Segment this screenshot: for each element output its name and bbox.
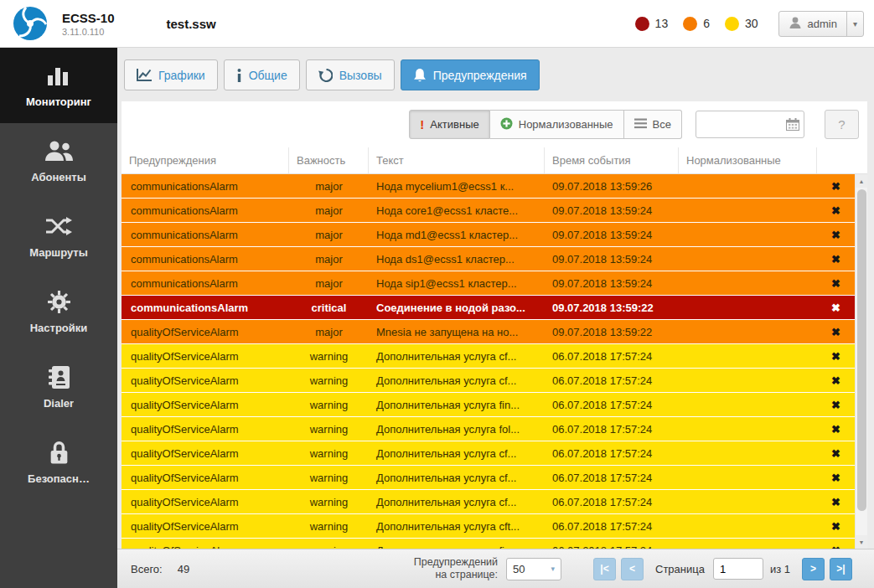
close-icon[interactable]: ✖: [831, 423, 840, 436]
filter-button-label: Активные: [430, 118, 478, 131]
table-row[interactable]: communicationsAlarmmajorНода mycelium1@e…: [122, 174, 855, 199]
help-button[interactable]: ?: [825, 110, 859, 139]
sidebar-item-security[interactable]: Безопасн…: [0, 425, 117, 500]
list-icon: [634, 118, 647, 132]
column-header[interactable]: Текст: [369, 147, 545, 173]
table-row[interactable]: communicationsAlarmcriticalСоединение в …: [122, 296, 855, 320]
column-header[interactable]: Нормализованные: [679, 147, 817, 173]
table-row[interactable]: qualityOfServiceAlarmmajorMnesia не запу…: [122, 320, 855, 344]
filter-button-label: Нормализованные: [519, 118, 613, 131]
table-row[interactable]: qualityOfServiceAlarmwarningДополнительн…: [122, 369, 855, 393]
alarm-severity: major: [289, 253, 369, 266]
close-icon[interactable]: ✖: [831, 544, 840, 549]
close-icon[interactable]: ✖: [831, 447, 840, 460]
close-icon[interactable]: ✖: [831, 399, 840, 411]
close-icon[interactable]: ✖: [831, 229, 840, 241]
first-page-button[interactable]: |<: [593, 558, 616, 580]
alarm-name: qualityOfServiceAlarm: [122, 350, 289, 363]
table-row[interactable]: qualityOfServiceAlarmwarningДополнительн…: [122, 514, 855, 539]
alarm-severity: major: [289, 180, 369, 193]
alarm-severity: major: [289, 326, 369, 338]
sidebar-item-routes[interactable]: Маршруты: [0, 199, 117, 274]
per-page-select[interactable]: 50 ▾: [506, 558, 561, 580]
page-number-input[interactable]: [713, 558, 763, 580]
prev-page-button[interactable]: <: [621, 558, 644, 580]
close-icon[interactable]: ✖: [831, 374, 840, 387]
table-row[interactable]: qualityOfServiceAlarmwarningДополнительн…: [122, 393, 855, 417]
table-scrollbar[interactable]: ▲ ▼: [855, 174, 867, 549]
workspace-tab[interactable]: test.ssw: [167, 17, 216, 31]
close-icon[interactable]: ✖: [831, 326, 840, 338]
alarm-name: qualityOfServiceAlarm: [122, 447, 289, 460]
alarm-actions: ✖: [817, 326, 855, 338]
sidebar-item-subscribers[interactable]: Абоненты: [0, 123, 117, 199]
calendar-icon[interactable]: [786, 118, 799, 131]
alarm-actions: ✖: [817, 229, 855, 241]
sidebar-item-monitoring[interactable]: Мониторинг: [0, 48, 117, 123]
table-row[interactable]: communicationsAlarmmajorНода sip1@ecss1 …: [122, 271, 855, 296]
scroll-up-icon[interactable]: ▲: [856, 174, 868, 188]
close-icon[interactable]: ✖: [831, 253, 840, 266]
plus-circle-icon: [500, 117, 513, 132]
next-page-button[interactable]: >: [802, 558, 825, 580]
chevron-down-icon[interactable]: ▾: [846, 12, 863, 36]
alarm-time: 06.07.2018 17:57:24: [545, 544, 679, 549]
filter-button-all[interactable]: Все: [624, 110, 682, 139]
table-row[interactable]: qualityOfServiceAlarmwarningДополнительн…: [122, 539, 855, 549]
table-header: ПредупрежденияВажностьТекстВремя события…: [122, 147, 867, 174]
filter-button-normalized[interactable]: Нормализованные: [490, 110, 624, 139]
alarm-text: Дополнительная услуга cf...: [369, 496, 545, 508]
table-row[interactable]: communicationsAlarmmajorНода core1@ecss1…: [122, 199, 855, 223]
alarm-severity: warning: [289, 350, 369, 363]
alarm-text: Дополнительная услуга cf...: [369, 350, 545, 363]
sidebar-item-settings[interactable]: Настройки: [0, 274, 117, 349]
close-icon[interactable]: ✖: [831, 472, 840, 484]
alarm-text: Нода md1@ecss1 кластер...: [369, 229, 545, 241]
table-row[interactable]: communicationsAlarmmajorНода ds1@ecss1 к…: [122, 247, 855, 271]
alarm-text: Дополнительная услуга fin...: [369, 544, 545, 549]
chart-line-icon: [137, 69, 152, 82]
scrollbar-thumb[interactable]: [857, 189, 866, 511]
table-row[interactable]: qualityOfServiceAlarmwarningДополнительн…: [122, 466, 855, 490]
app-window: ECSS-10 3.11.0.110 test.ssw 13630 admin …: [0, 0, 874, 588]
close-icon[interactable]: ✖: [831, 350, 840, 363]
counter-critical[interactable]: 13: [635, 17, 669, 31]
last-page-button[interactable]: >|: [830, 558, 852, 580]
table-row[interactable]: qualityOfServiceAlarmwarningДополнительн…: [122, 490, 855, 514]
close-icon[interactable]: ✖: [831, 204, 840, 217]
user-menu[interactable]: admin ▾: [778, 11, 864, 37]
table-row[interactable]: qualityOfServiceAlarmwarningДополнительн…: [122, 344, 855, 369]
user-menu-main[interactable]: admin: [779, 12, 846, 36]
alarm-time: 09.07.2018 13:59:24: [545, 229, 679, 241]
filter-button-label: Все: [653, 118, 671, 131]
column-header[interactable]: Время события: [545, 147, 679, 173]
table-row[interactable]: qualityOfServiceAlarmwarningДополнительн…: [122, 441, 855, 466]
alarm-name: qualityOfServiceAlarm: [122, 472, 289, 484]
close-icon[interactable]: ✖: [831, 180, 840, 193]
date-filter: [696, 111, 804, 138]
close-icon[interactable]: ✖: [831, 302, 840, 314]
counter-warning[interactable]: 30: [725, 17, 758, 31]
filter-button-active[interactable]: !Активные: [409, 110, 489, 139]
critical-dot-icon: [635, 17, 649, 31]
close-icon[interactable]: ✖: [831, 496, 840, 508]
sidebar-item-dialer[interactable]: Dialer: [0, 349, 117, 425]
alarm-text: Соединение в нодой разо...: [369, 302, 545, 314]
tab-charts[interactable]: Графики: [124, 59, 218, 90]
tab-general[interactable]: Общие: [224, 59, 300, 90]
close-icon[interactable]: ✖: [831, 520, 840, 533]
column-header-actions: [817, 147, 867, 173]
date-filter-input[interactable]: [696, 118, 786, 131]
close-icon[interactable]: ✖: [831, 277, 840, 290]
counter-major[interactable]: 6: [683, 17, 710, 31]
pagination: |< < Страница из 1 > >|: [593, 558, 852, 580]
tab-alarms[interactable]: Предупреждения: [401, 59, 540, 90]
tab-calls[interactable]: Вызовы: [306, 59, 395, 90]
column-header[interactable]: Важность: [289, 147, 369, 173]
alarm-time: 09.07.2018 13:59:24: [545, 204, 679, 217]
scroll-down-icon[interactable]: ▼: [856, 535, 868, 549]
table-row[interactable]: communicationsAlarmmajorНода md1@ecss1 к…: [122, 223, 855, 247]
column-header[interactable]: Предупреждения: [122, 147, 289, 173]
alarm-time: 06.07.2018 17:57:24: [545, 472, 679, 484]
table-row[interactable]: qualityOfServiceAlarmwarningДополнительн…: [122, 417, 855, 441]
